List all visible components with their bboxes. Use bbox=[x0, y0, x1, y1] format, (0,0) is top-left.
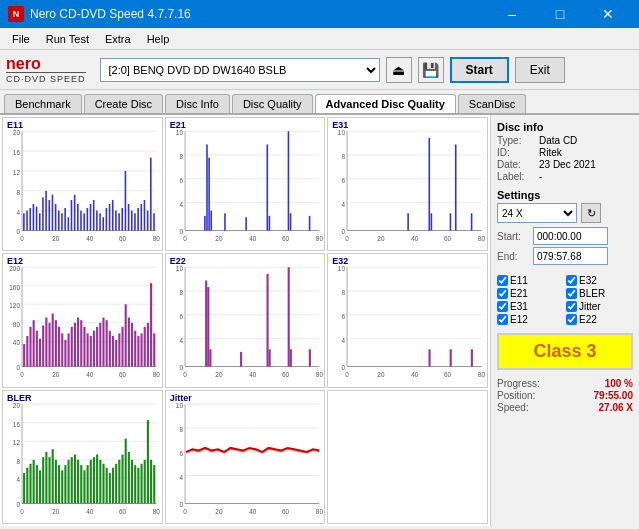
svg-rect-158 bbox=[109, 331, 111, 367]
svg-rect-52 bbox=[128, 204, 130, 230]
svg-rect-190 bbox=[205, 281, 207, 367]
tab-scandisc[interactable]: ScanDisc bbox=[458, 94, 526, 113]
speed-display-value: 27.06 X bbox=[599, 402, 633, 413]
start-button[interactable]: Start bbox=[450, 57, 509, 83]
svg-rect-132 bbox=[26, 336, 28, 366]
svg-rect-191 bbox=[207, 287, 209, 366]
svg-text:40: 40 bbox=[249, 507, 256, 516]
end-value[interactable]: 079:57.68 bbox=[533, 247, 608, 265]
svg-text:120: 120 bbox=[9, 302, 20, 311]
close-button[interactable]: ✕ bbox=[585, 0, 631, 28]
svg-rect-240 bbox=[29, 463, 31, 503]
position-row: Position: 79:55.00 bbox=[497, 390, 633, 401]
minimize-button[interactable]: – bbox=[489, 0, 535, 28]
disc-id-row: ID: Ritek bbox=[497, 147, 633, 158]
svg-rect-163 bbox=[125, 305, 127, 367]
menu-help[interactable]: Help bbox=[139, 31, 178, 47]
speed-display-label: Speed: bbox=[497, 402, 529, 413]
speed-select[interactable]: 24 X bbox=[497, 203, 577, 223]
svg-rect-40 bbox=[90, 204, 92, 230]
disc-label-label: Label: bbox=[497, 171, 535, 182]
svg-rect-278 bbox=[150, 459, 152, 503]
window-controls: – □ ✕ bbox=[489, 0, 631, 28]
start-label: Start: bbox=[497, 231, 529, 242]
svg-text:4: 4 bbox=[342, 200, 346, 209]
svg-text:0: 0 bbox=[20, 234, 24, 243]
refresh-button[interactable]: ↻ bbox=[581, 203, 601, 223]
cb-e12-input[interactable] bbox=[497, 314, 508, 325]
tab-bar: Benchmark Create Disc Disc Info Disc Qua… bbox=[0, 90, 639, 115]
svg-rect-168 bbox=[141, 334, 143, 367]
cb-e31-label: E31 bbox=[510, 301, 528, 312]
svg-rect-53 bbox=[131, 211, 133, 231]
cb-jitter: Jitter bbox=[566, 301, 633, 312]
chart-e11-title: E11 bbox=[7, 120, 23, 130]
tab-disc-quality[interactable]: Disc Quality bbox=[232, 94, 313, 113]
svg-rect-170 bbox=[147, 323, 149, 367]
menu-file[interactable]: File bbox=[4, 31, 38, 47]
svg-rect-247 bbox=[52, 449, 54, 503]
svg-rect-162 bbox=[121, 327, 123, 367]
maximize-button[interactable]: □ bbox=[537, 0, 583, 28]
save-button[interactable]: 💾 bbox=[418, 57, 444, 83]
svg-rect-248 bbox=[55, 459, 57, 503]
svg-text:0: 0 bbox=[183, 234, 187, 243]
svg-rect-151 bbox=[87, 334, 89, 367]
svg-rect-192 bbox=[209, 350, 211, 367]
cb-e22-label: E22 bbox=[579, 314, 597, 325]
svg-rect-135 bbox=[36, 331, 38, 367]
svg-rect-165 bbox=[131, 323, 133, 367]
svg-rect-141 bbox=[55, 320, 57, 366]
svg-rect-274 bbox=[137, 467, 139, 503]
svg-rect-257 bbox=[83, 470, 85, 503]
eject-button[interactable]: ⏏ bbox=[386, 57, 412, 83]
cb-e32-input[interactable] bbox=[566, 275, 577, 286]
drive-select[interactable]: [2:0] BENQ DVD DD DW1640 BSLB bbox=[100, 58, 380, 82]
svg-text:60: 60 bbox=[119, 371, 126, 380]
charts-area: E11 20 16 12 8 4 0 0 bbox=[0, 115, 491, 526]
tab-disc-info[interactable]: Disc Info bbox=[165, 94, 230, 113]
svg-rect-58 bbox=[147, 211, 149, 231]
svg-rect-108 bbox=[431, 213, 433, 230]
svg-rect-159 bbox=[112, 336, 114, 366]
svg-rect-259 bbox=[90, 459, 92, 503]
svg-rect-261 bbox=[96, 454, 98, 503]
disc-date-value: 23 Dec 2021 bbox=[539, 159, 596, 170]
svg-rect-241 bbox=[33, 459, 35, 503]
tab-advanced-disc-quality[interactable]: Advanced Disc Quality bbox=[315, 94, 456, 113]
chart-e31: E31 10 8 6 4 0 0 20 40 60 80 bbox=[327, 117, 488, 251]
svg-rect-244 bbox=[42, 457, 44, 503]
cb-jitter-input[interactable] bbox=[566, 301, 577, 312]
svg-text:16: 16 bbox=[13, 148, 20, 157]
start-value[interactable]: 000:00.00 bbox=[533, 227, 608, 245]
svg-rect-258 bbox=[87, 465, 89, 503]
svg-rect-264 bbox=[106, 467, 108, 503]
cb-e11-input[interactable] bbox=[497, 275, 508, 286]
svg-rect-197 bbox=[289, 350, 291, 367]
cb-e31-input[interactable] bbox=[497, 301, 508, 312]
menu-run-test[interactable]: Run Test bbox=[38, 31, 97, 47]
svg-rect-161 bbox=[118, 334, 120, 367]
svg-text:4: 4 bbox=[179, 336, 183, 345]
svg-text:60: 60 bbox=[282, 234, 289, 243]
cb-e21-input[interactable] bbox=[497, 288, 508, 299]
exit-button[interactable]: Exit bbox=[515, 57, 565, 83]
svg-text:40: 40 bbox=[13, 339, 20, 348]
svg-text:60: 60 bbox=[444, 371, 451, 380]
svg-rect-160 bbox=[115, 340, 117, 366]
svg-text:80: 80 bbox=[478, 234, 485, 243]
chart-jitter: Jitter 10 8 6 4 0 0 20 40 60 80 bbox=[165, 390, 326, 524]
menu-extra[interactable]: Extra bbox=[97, 31, 139, 47]
svg-rect-271 bbox=[128, 452, 130, 504]
svg-text:80: 80 bbox=[153, 234, 160, 243]
tab-benchmark[interactable]: Benchmark bbox=[4, 94, 82, 113]
svg-text:60: 60 bbox=[119, 234, 126, 243]
svg-text:160: 160 bbox=[9, 283, 20, 292]
cb-e22-input[interactable] bbox=[566, 314, 577, 325]
cb-bler-input[interactable] bbox=[566, 288, 577, 299]
tab-create-disc[interactable]: Create Disc bbox=[84, 94, 163, 113]
svg-rect-88 bbox=[308, 216, 310, 231]
svg-rect-134 bbox=[33, 320, 35, 366]
chart-e11: E11 20 16 12 8 4 0 0 bbox=[2, 117, 163, 251]
disc-type-label: Type: bbox=[497, 135, 535, 146]
